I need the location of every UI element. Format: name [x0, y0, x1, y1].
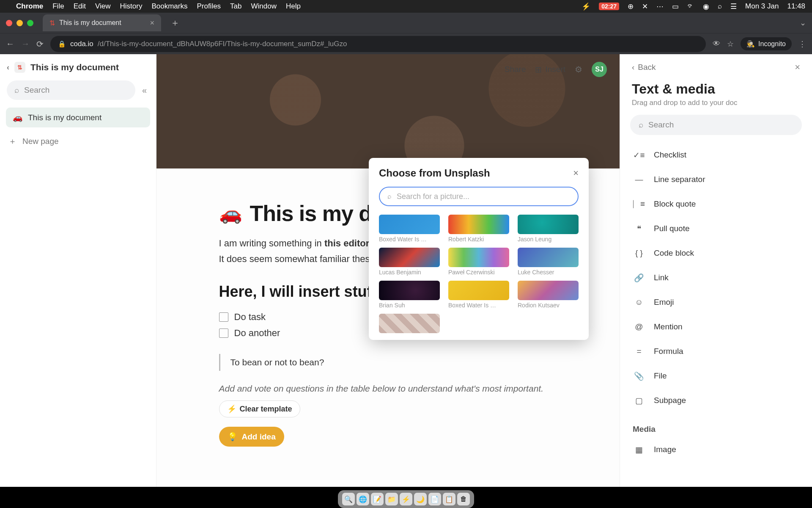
bookmark-star-icon[interactable]: ☆ — [727, 39, 734, 49]
dock-app-icon[interactable]: 📁 — [385, 493, 398, 505]
dock-app-icon[interactable]: 📝 — [371, 493, 384, 505]
doc-title-bar[interactable]: This is my document — [30, 62, 119, 72]
insert-item[interactable]: @ Mention — [630, 315, 802, 339]
insert-item-label: Code block — [654, 248, 694, 258]
tab-favicon: ⇅ — [49, 19, 55, 27]
add-idea-button[interactable]: 💡 Add idea — [219, 427, 284, 447]
window-fullscreen-button[interactable] — [27, 20, 33, 26]
insert-item[interactable]: 🔗 Link — [630, 265, 802, 290]
menu-tab[interactable]: Tab — [230, 2, 241, 11]
modal-search[interactable]: ⌕ — [379, 187, 579, 206]
dock-app-icon[interactable]: 🌐 — [357, 493, 369, 505]
insert-item[interactable]: = Formula — [630, 339, 802, 364]
unsplash-thumb[interactable]: Jason Leung — [518, 215, 579, 243]
spotlight-icon[interactable]: ⌕ — [718, 2, 722, 11]
dock-app-icon[interactable]: 📋 — [443, 493, 455, 505]
unsplash-thumb[interactable]: Lucas Benjamin — [379, 248, 440, 276]
insert-item[interactable]: ⎸≡ Block quote — [630, 192, 802, 216]
tab-title: This is my document — [59, 19, 121, 27]
menu-bookmarks[interactable]: Bookmarks — [151, 2, 187, 11]
insert-item[interactable]: 📎 File — [630, 364, 802, 388]
sidebar-search[interactable]: ⌕ Search — [7, 80, 135, 100]
dock-app-icon[interactable]: ⚡ — [400, 493, 412, 505]
unsplash-thumb[interactable]: Luke Chesser — [518, 248, 579, 276]
page-item-current[interactable]: 🚗 This is my document — [6, 108, 150, 127]
dock-app-icon[interactable]: 🌙 — [414, 493, 427, 505]
status-icon-1[interactable]: ⊕ — [628, 2, 634, 11]
dock-app-icon[interactable]: 🔍 — [342, 493, 355, 505]
sidebar-collapse-icon[interactable]: « — [140, 83, 149, 98]
dock-app-icon[interactable]: 🗑 — [457, 493, 470, 505]
status-icon-3[interactable]: ⋯ — [656, 2, 664, 11]
battery-low-icon[interactable]: ⚡ — [582, 2, 590, 11]
checkbox-icon[interactable] — [219, 312, 228, 322]
clear-template-button[interactable]: ⚡ Clear template — [219, 400, 300, 417]
image-icon: ▦ — [633, 443, 645, 456]
nav-back-button[interactable]: ← — [6, 39, 14, 49]
insert-item[interactable]: ✓≡ Checklist — [630, 143, 802, 167]
unsplash-thumb[interactable]: Boxed Water Is … — [448, 281, 509, 309]
unsplash-thumb[interactable]: Rodion Kutsaev — [518, 281, 579, 309]
new-page-button[interactable]: ＋ New page — [0, 130, 156, 153]
browser-tab[interactable]: ⇅ This is my document × — [43, 14, 161, 31]
panel-back-button[interactable]: ‹ Back — [632, 63, 656, 72]
canvas: Share ⊞ Insert ⚙ SJ 🚗 This is my documen… — [156, 54, 620, 487]
wifi-icon[interactable]: ᯤ — [687, 2, 694, 11]
tabs-overflow-icon[interactable]: ⌄ — [800, 18, 806, 28]
insert-item[interactable]: ☺ Emoji — [630, 290, 802, 315]
unsplash-thumb[interactable]: Robert Katzki — [448, 215, 509, 243]
new-tab-button[interactable]: ＋ — [166, 14, 184, 32]
menu-profiles[interactable]: Profiles — [197, 2, 221, 11]
window-close-button[interactable] — [6, 20, 12, 26]
panel-close-icon[interactable]: × — [795, 62, 800, 73]
menu-view[interactable]: View — [95, 2, 111, 11]
nav-reload-button[interactable]: ⟳ — [36, 39, 44, 49]
menu-history[interactable]: History — [120, 2, 142, 11]
avatar[interactable]: SJ — [592, 62, 607, 77]
menu-window[interactable]: Window — [251, 2, 277, 11]
battery-time[interactable]: 02:27 — [599, 3, 619, 10]
kebab-menu-icon[interactable]: ⋮ — [798, 39, 806, 49]
menubar-time[interactable]: 11:48 — [787, 2, 805, 11]
tab-close-icon[interactable]: × — [150, 19, 154, 28]
insert-item-label: Image — [654, 445, 676, 454]
menu-edit[interactable]: Edit — [74, 2, 86, 11]
gear-icon[interactable]: ⚙ — [575, 64, 582, 75]
insert-item[interactable]: { } Code block — [630, 241, 802, 265]
menubar-app-name[interactable]: Chrome — [16, 2, 43, 11]
unsplash-thumb[interactable]: Paweł Czerwinski — [448, 248, 509, 276]
incognito-badge[interactable]: 🕵 Incognito — [741, 37, 792, 50]
insert-item[interactable]: ▢ Subpage — [630, 388, 802, 413]
status-icon-4[interactable]: ◉ — [703, 2, 709, 11]
panel-search[interactable]: ⌕ Search — [630, 115, 802, 135]
status-icon-2[interactable]: ✕ — [642, 2, 648, 11]
unsplash-thumb[interactable]: Boxed Water Is … — [379, 215, 440, 243]
address-bar[interactable]: 🔒 coda.io/d/This-is-my-document_dBhAUW8p… — [50, 36, 706, 52]
insert-item-icon: ❝ — [633, 222, 645, 235]
insert-item[interactable]: — Line separator — [630, 167, 802, 192]
thumb-image — [518, 248, 579, 267]
title-emoji-icon[interactable]: 🚗 — [219, 202, 242, 224]
doc-back-icon[interactable]: ‹ — [7, 63, 9, 72]
block-quote[interactable]: To bean or not to bean? — [219, 354, 557, 371]
doc-logo-icon[interactable]: ⇅ — [14, 62, 25, 73]
modal-close-icon[interactable]: × — [573, 168, 579, 179]
nav-forward-button[interactable]: → — [21, 39, 30, 49]
menubar-date[interactable]: Mon 3 Jan — [745, 2, 779, 11]
share-button[interactable]: Share — [505, 65, 526, 74]
eye-off-icon[interactable]: 👁 — [713, 39, 720, 48]
modal-search-input[interactable] — [397, 192, 570, 201]
dock-app-icon[interactable]: 📄 — [428, 493, 441, 505]
checkbox-icon[interactable] — [219, 329, 228, 338]
unsplash-thumb[interactable]: Brian Suh — [379, 281, 440, 309]
menu-help[interactable]: Help — [286, 2, 301, 11]
battery-icon[interactable]: ▭ — [672, 2, 679, 11]
sidebar-left: ‹ ⇅ This is my document ⌕ Search « 🚗 Thi… — [0, 54, 156, 487]
control-center-icon[interactable]: ☰ — [730, 2, 737, 11]
unsplash-thumb[interactable] — [379, 314, 440, 335]
insert-item[interactable]: ❝ Pull quote — [630, 216, 802, 241]
window-minimize-button[interactable] — [16, 20, 23, 26]
insert-item-image[interactable]: ▦ Image — [630, 437, 802, 462]
insert-button[interactable]: ⊞ Insert — [535, 65, 565, 75]
menu-file[interactable]: File — [52, 2, 64, 11]
